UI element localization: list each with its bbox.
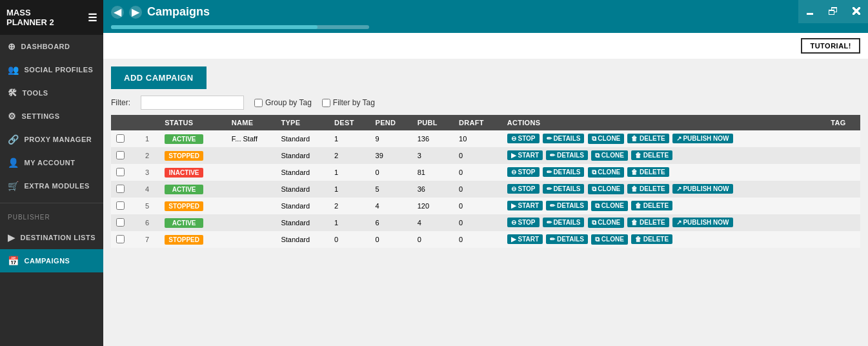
add-campaign-button[interactable]: ADD CAMPAIGN: [111, 66, 207, 89]
details-button[interactable]: ✏ DETAILS: [546, 234, 588, 244]
delete-button[interactable]: 🗑 DELETE: [627, 134, 669, 143]
stop-start-button[interactable]: ▶ START: [507, 150, 543, 160]
clone-button[interactable]: ⧉ CLONE: [588, 184, 625, 194]
delete-button[interactable]: 🗑 DELETE: [631, 150, 672, 160]
col-check: [111, 115, 140, 130]
stop-start-button[interactable]: ⊖ STOP: [507, 184, 540, 194]
nav-forward-button[interactable]: ▶: [129, 6, 142, 19]
row-number: 2: [140, 147, 159, 164]
publish-now-button[interactable]: ↗ PUBLISH NOW: [672, 184, 733, 194]
stop-start-button[interactable]: ▶ START: [507, 234, 543, 244]
group-by-tag-label[interactable]: Group by Tag: [254, 98, 312, 107]
sidebar-item-my-account[interactable]: 👤 MY ACCOUNT: [0, 151, 103, 174]
sidebar-item-campaigns[interactable]: 📅 CAMPAIGNS: [0, 249, 103, 272]
status-badge: STOPPED: [165, 201, 203, 211]
clone-button[interactable]: ⧉ CLONE: [588, 167, 625, 178]
sidebar-item-destination-lists[interactable]: ▶ DESTINATION LISTS: [0, 226, 103, 249]
clone-button[interactable]: ⧉ CLONE: [588, 218, 625, 228]
row-publ: 136: [412, 130, 454, 147]
col-publ: PUBL: [412, 115, 454, 130]
row-checkbox[interactable]: [116, 201, 125, 210]
row-status: STOPPED: [159, 147, 227, 164]
row-pend: 0: [370, 164, 412, 181]
row-checkbox[interactable]: [116, 168, 125, 176]
row-status: STOPPED: [159, 231, 227, 248]
row-status: ACTIVE: [159, 130, 227, 147]
row-pend: 0: [370, 231, 412, 248]
row-actions: ▶ START ✏ DETAILS ⧉ CLONE 🗑 DELETE: [502, 231, 826, 248]
maximize-button[interactable]: 🗗: [822, 0, 845, 23]
row-dest: 1: [329, 214, 370, 231]
row-type: Standard: [276, 164, 329, 181]
clone-button[interactable]: ⧉ CLONE: [591, 201, 628, 211]
row-actions: ▶ START ✏ DETAILS ⧉ CLONE 🗑 DELETE: [502, 198, 826, 214]
stop-start-button[interactable]: ⊖ STOP: [507, 134, 540, 143]
sidebar-item-proxy-manager[interactable]: 🔗 PROXY MANAGER: [0, 128, 103, 151]
row-dest: 0: [329, 231, 370, 248]
row-tag: [825, 231, 860, 248]
table-row: 5 STOPPED Standard 2 4 120 0 ▶ START ✏ D…: [111, 198, 860, 214]
sidebar-item-label: TOOLS: [23, 89, 48, 97]
table-row: 1 ACTIVE F... Staff Standard 1 9 136 10 …: [111, 130, 860, 147]
row-name: F... Staff: [227, 130, 276, 147]
details-button[interactable]: ✏ DETAILS: [546, 150, 588, 160]
clone-button[interactable]: ⧉ CLONE: [591, 234, 628, 245]
row-checkbox[interactable]: [116, 151, 125, 159]
row-name: [227, 181, 276, 198]
row-name: [227, 231, 276, 248]
status-badge: INACTIVE: [165, 168, 203, 178]
details-button[interactable]: ✏ DETAILS: [543, 134, 585, 143]
campaigns-icon: 📅: [8, 256, 19, 266]
table-row: 3 INACTIVE Standard 1 0 81 0 ⊖ STOP ✏ DE…: [111, 164, 860, 181]
row-draft: 10: [454, 130, 502, 147]
filter-input[interactable]: [141, 96, 244, 110]
clone-button[interactable]: ⧉ CLONE: [591, 150, 628, 161]
row-status: STOPPED: [159, 198, 227, 214]
delete-button[interactable]: 🗑 DELETE: [631, 234, 672, 244]
tutorial-button[interactable]: TUTORIAL!: [801, 38, 860, 54]
row-actions: ⊖ STOP ✏ DETAILS ⧉ CLONE 🗑 DELETE ↗ PUBL…: [502, 214, 826, 231]
row-number: 7: [140, 231, 159, 248]
nav-back-button[interactable]: ◀: [111, 6, 124, 19]
row-draft: 0: [454, 231, 502, 248]
delete-button[interactable]: 🗑 DELETE: [627, 184, 669, 194]
row-number: 5: [140, 198, 159, 214]
sidebar-item-tools[interactable]: 🛠 TOOLS: [0, 81, 103, 105]
details-button[interactable]: ✏ DETAILS: [543, 218, 585, 227]
stop-start-button[interactable]: ▶ START: [507, 201, 543, 210]
filter-by-tag-label[interactable]: Filter by Tag: [322, 98, 375, 107]
stop-start-button[interactable]: ⊖ STOP: [507, 167, 540, 177]
row-tag: [825, 164, 860, 181]
row-type: Standard: [276, 130, 329, 147]
row-checkbox[interactable]: [116, 134, 125, 143]
row-checkbox[interactable]: [116, 218, 125, 227]
row-checkbox[interactable]: [116, 185, 125, 193]
publisher-label: PUBLISHER: [0, 209, 103, 226]
stop-start-button[interactable]: ⊖ STOP: [507, 218, 540, 227]
publish-now-button[interactable]: ↗ PUBLISH NOW: [672, 134, 733, 143]
delete-button[interactable]: 🗑 DELETE: [627, 218, 669, 227]
group-by-tag-checkbox[interactable]: [254, 99, 263, 107]
publish-now-button[interactable]: ↗ PUBLISH NOW: [672, 218, 733, 227]
sidebar-item-settings[interactable]: ⚙ SETTINGS: [0, 105, 103, 128]
col-pend: PEND: [370, 115, 412, 130]
row-tag: [825, 198, 860, 214]
minimize-button[interactable]: 🗕: [798, 0, 822, 23]
close-button[interactable]: 🗙: [845, 0, 868, 23]
details-button[interactable]: ✏ DETAILS: [546, 201, 588, 210]
col-dest: DEST: [329, 115, 370, 130]
sidebar-item-extra-modules[interactable]: 🛒 EXTRA MODULES: [0, 174, 103, 198]
filter-by-tag-checkbox[interactable]: [322, 99, 330, 107]
details-button[interactable]: ✏ DETAILS: [543, 184, 585, 194]
sidebar-item-social-profiles[interactable]: 👥 SOCIAL PROFILES: [0, 58, 103, 81]
clone-button[interactable]: ⧉ CLONE: [588, 134, 625, 144]
sidebar-item-label: EXTRA MODULES: [25, 182, 90, 190]
campaigns-table: STATUS NAME TYPE DEST PEND PUBL DRAFT AC…: [111, 115, 860, 248]
delete-button[interactable]: 🗑 DELETE: [631, 201, 672, 210]
row-checkbox[interactable]: [116, 235, 125, 243]
sidebar-item-label: DESTINATION LISTS: [21, 234, 96, 241]
hamburger-icon[interactable]: ☰: [88, 12, 97, 24]
details-button[interactable]: ✏ DETAILS: [543, 167, 585, 177]
sidebar-item-dashboard[interactable]: ⊕ DASHBOARD: [0, 35, 103, 58]
delete-button[interactable]: 🗑 DELETE: [627, 167, 669, 177]
